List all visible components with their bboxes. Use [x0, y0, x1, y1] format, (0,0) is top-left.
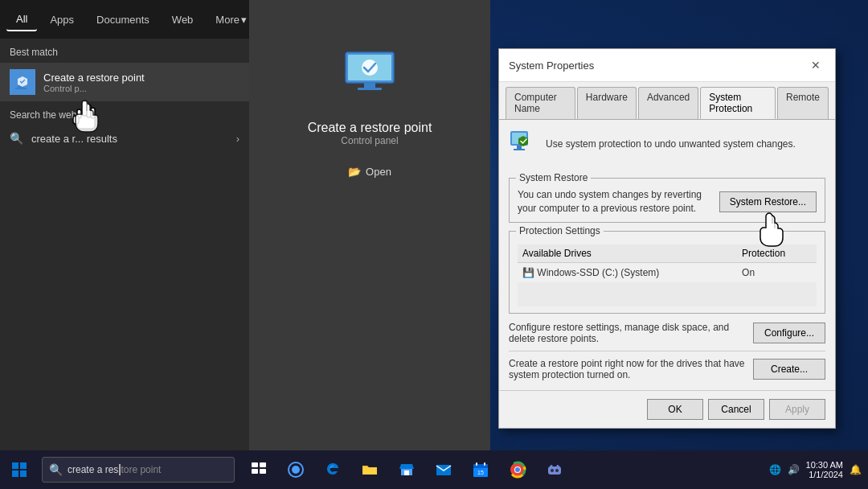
protection-header: Use system protection to undo unwanted s…: [509, 129, 825, 166]
tab-hardware[interactable]: Hardware: [577, 87, 637, 119]
nav-item-documents[interactable]: Documents: [87, 9, 159, 31]
system-restore-section: System Restore You can undo system chang…: [509, 178, 825, 223]
system-properties-dialog: System Properties ✕ Computer Name Hardwa…: [498, 48, 836, 429]
svg-rect-10: [517, 146, 522, 149]
svg-rect-27: [252, 469, 258, 474]
taskbar: 🔍 create a res tore point: [0, 450, 868, 489]
open-folder-icon: 📂: [348, 166, 361, 178]
best-match-text: Create a restore point Control p...: [43, 72, 145, 93]
svg-rect-21: [12, 462, 18, 469]
taskbar-search-icon: 🔍: [49, 463, 63, 476]
svg-rect-5: [364, 83, 375, 88]
dialog-close-button[interactable]: ✕: [806, 55, 825, 75]
mail-button[interactable]: [426, 452, 461, 487]
detail-panel: Create a restore point Control panel 📂 O…: [249, 0, 490, 450]
svg-point-30: [292, 466, 300, 474]
dialog-tabs: Computer Name Hardware Advanced System P…: [499, 82, 835, 120]
svg-point-45: [551, 469, 554, 472]
svg-rect-23: [12, 471, 18, 477]
apply-button[interactable]: Apply: [769, 399, 825, 420]
drive-icon: 💾: [522, 267, 534, 278]
drive-name: 💾 Windows-SSD (C:) (System): [518, 262, 737, 282]
tab-remote[interactable]: Remote: [777, 87, 829, 119]
start-nav-bar: All Apps Documents Web More ▾ 🔖 •••: [0, 0, 249, 39]
taskbar-search-suffix: tore point: [121, 464, 161, 475]
system-restore-button[interactable]: System Restore...: [719, 191, 817, 212]
start-search-panel: All Apps Documents Web More ▾ 🔖 ••• Best…: [0, 0, 249, 450]
svg-rect-26: [260, 462, 266, 467]
detail-open-button[interactable]: 📂 Open: [348, 162, 391, 181]
network-icon: 🌐: [769, 464, 781, 475]
cortana-button[interactable]: [278, 452, 313, 487]
svg-rect-36: [476, 462, 477, 466]
create-section: Create a restore point right now for the…: [509, 358, 825, 380]
best-match-item[interactable]: Create a restore point Control p...: [0, 63, 249, 101]
taskbar-search-box[interactable]: 🔍 create a res tore point: [42, 457, 235, 483]
table-row-empty: [518, 282, 817, 306]
nav-item-apps[interactable]: Apps: [40, 9, 84, 31]
windows-start-button[interactable]: [0, 450, 39, 489]
tab-computer-name[interactable]: Computer Name: [506, 87, 575, 119]
search-small-icon: 🔍: [10, 132, 23, 145]
svg-rect-2: [15, 88, 27, 89]
taskbar-tray: 🌐 🔊 10:30 AM 1/1/2024 🔔: [769, 460, 868, 479]
create-button[interactable]: Create...: [753, 359, 825, 380]
svg-point-43: [515, 467, 520, 472]
svg-rect-37: [484, 462, 485, 466]
discord-button[interactable]: [537, 452, 572, 487]
sys-restore-content: You can undo system changes by reverting…: [518, 188, 817, 216]
svg-rect-6: [358, 88, 382, 90]
file-explorer-button[interactable]: [352, 452, 387, 487]
restore-point-icon: [10, 69, 35, 95]
protection-table: Available Drives Protection 💾 Windows-SS…: [518, 244, 817, 306]
svg-rect-22: [20, 462, 27, 469]
svg-rect-28: [260, 469, 266, 474]
chrome-button[interactable]: [500, 452, 535, 487]
edge-button[interactable]: [315, 452, 350, 487]
notification-icon: 🔔: [850, 464, 862, 475]
search-web-arrow-icon: ›: [236, 133, 240, 145]
svg-rect-24: [20, 471, 27, 477]
svg-rect-25: [252, 462, 258, 467]
dialog-titlebar: System Properties ✕: [499, 49, 835, 82]
svg-rect-32: [404, 471, 409, 475]
col-drives: Available Drives: [518, 244, 737, 263]
svg-rect-35: [473, 464, 488, 468]
protection-header-text: Use system protection to undo unwanted s…: [546, 138, 825, 150]
best-match-label: Best match: [0, 39, 249, 63]
configure-button[interactable]: Configure...: [753, 323, 825, 343]
store-button[interactable]: [389, 452, 424, 487]
cancel-button[interactable]: Cancel: [708, 399, 764, 420]
ok-button[interactable]: OK: [647, 399, 703, 420]
tab-system-protection[interactable]: System Protection: [700, 87, 776, 119]
svg-text:15: 15: [477, 470, 484, 475]
col-protection: Protection: [737, 244, 817, 263]
search-web-label: Search the web: [0, 101, 249, 125]
sys-restore-text: You can undo system changes by reverting…: [518, 188, 711, 216]
dialog-body: Use system protection to undo unwanted s…: [499, 120, 835, 390]
create-text: Create a restore point right now for the…: [509, 358, 745, 380]
search-web-item[interactable]: 🔍 create a r... results ›: [0, 125, 249, 151]
nav-item-all[interactable]: All: [6, 8, 37, 31]
protection-settings-label: Protection Settings: [516, 225, 604, 236]
drive-protection: On: [737, 262, 817, 282]
protection-header-icon: [509, 129, 538, 158]
dialog-footer: OK Cancel Apply: [499, 390, 835, 428]
configure-text: Configure restore settings, manage disk …: [509, 322, 745, 344]
taskbar-icons: 15: [241, 452, 572, 487]
calendar-button[interactable]: 15: [463, 452, 498, 487]
time-display: 10:30 AM 1/1/2024: [806, 460, 843, 479]
nav-item-web[interactable]: Web: [162, 9, 203, 31]
system-restore-label: System Restore: [516, 172, 591, 183]
svg-point-46: [555, 469, 559, 472]
volume-icon: 🔊: [788, 464, 800, 475]
dialog-title: System Properties: [509, 60, 594, 72]
detail-icon: [342, 48, 398, 108]
svg-rect-11: [514, 149, 525, 150]
configure-section: Configure restore settings, manage disk …: [509, 322, 825, 351]
table-row: 💾 Windows-SSD (C:) (System) On: [518, 262, 817, 282]
task-view-button[interactable]: [241, 452, 276, 487]
tab-advanced[interactable]: Advanced: [638, 87, 698, 119]
svg-rect-44: [548, 466, 561, 475]
taskbar-search-text: create a res: [68, 464, 118, 475]
